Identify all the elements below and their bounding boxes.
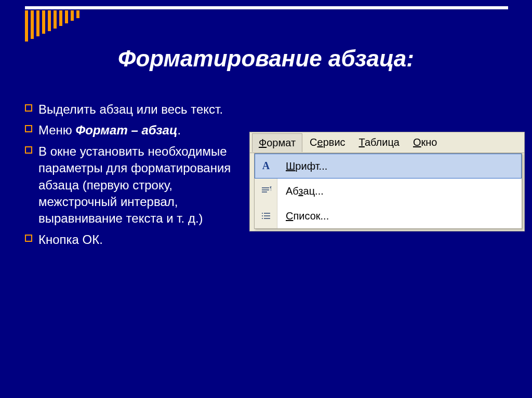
svg-rect-6 — [264, 213, 270, 214]
bullet-icon — [25, 235, 32, 242]
menu-table[interactable]: Таблица — [353, 133, 406, 152]
menu-format[interactable]: Формат — [252, 133, 302, 152]
svg-rect-9 — [262, 218, 263, 219]
bullet-icon — [25, 146, 32, 154]
dropdown-label: Абзац... — [286, 185, 324, 197]
dropdown-item-list[interactable]: Список... — [255, 203, 522, 228]
bullet-text: Выделить абзац или весь текст. — [38, 102, 223, 116]
paragraph-icon: ¶ — [255, 179, 277, 203]
svg-rect-1 — [262, 187, 269, 188]
list-item: Кнопка ОК. — [25, 231, 243, 248]
menu-label-text: Сервис — [310, 136, 345, 148]
menu-screenshot: Формат Сервис Таблица Окно A Шрифт... ¶ — [249, 132, 525, 231]
svg-rect-5 — [262, 213, 263, 214]
menubar: Формат Сервис Таблица Окно — [250, 132, 524, 153]
svg-rect-8 — [264, 215, 270, 216]
list-item: В окне установить необходимые параметры … — [25, 143, 243, 227]
svg-rect-3 — [262, 191, 267, 193]
dropdown-label: Список... — [286, 210, 329, 222]
menu-window[interactable]: Окно — [407, 133, 443, 152]
bullet-text-pre: Меню — [38, 123, 76, 137]
list-item: Меню Формат – абзац. — [25, 122, 243, 139]
bullet-list: Выделить абзац или весь текст. Меню Форм… — [25, 101, 243, 252]
svg-rect-7 — [262, 215, 263, 216]
list-icon — [255, 203, 277, 228]
dropdown-menu: A Шрифт... ¶ Абзац... — [254, 153, 522, 229]
svg-rect-2 — [262, 189, 269, 190]
font-letter-icon: A — [255, 154, 277, 179]
menu-service[interactable]: Сервис — [303, 133, 352, 152]
orange-bars — [25, 10, 79, 42]
dropdown-item-paragraph[interactable]: ¶ Абзац... — [255, 179, 522, 203]
svg-text:¶: ¶ — [270, 185, 272, 191]
svg-rect-10 — [264, 218, 270, 219]
bullet-icon — [25, 125, 32, 132]
menu-label-text: Окно — [413, 136, 437, 148]
top-rule — [25, 6, 508, 9]
slide-title: Форматирование абзаца: — [0, 46, 532, 72]
dropdown-item-font[interactable]: A Шрифт... — [255, 154, 522, 179]
slide-decoration — [0, 0, 532, 47]
bullet-text-post: . — [177, 123, 181, 137]
bullet-text: В окне установить необходимые параметры … — [38, 144, 231, 226]
bullet-text-strong: Формат – абзац — [76, 123, 178, 137]
bullet-text: Кнопка ОК. — [38, 232, 103, 246]
list-item: Выделить абзац или весь текст. — [25, 101, 243, 118]
svg-text:A: A — [262, 160, 270, 171]
dropdown-label: Шрифт... — [286, 160, 327, 172]
menu-label-text: Таблица — [359, 136, 400, 148]
bullet-icon — [25, 104, 32, 112]
menu-label-text: Формат — [259, 137, 296, 148]
